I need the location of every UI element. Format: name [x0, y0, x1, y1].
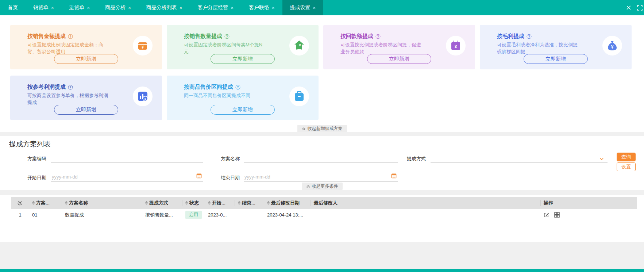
- tab-label: 商品分析: [105, 4, 126, 11]
- tab-label: 首页: [8, 4, 18, 11]
- column-settings-cell[interactable]: [11, 200, 29, 206]
- header-end-date[interactable]: 结束...: [235, 200, 264, 206]
- tab-label: 客户分层经营: [197, 4, 228, 11]
- svg-text:?: ?: [69, 85, 72, 89]
- row-modified-date: 2023-04-24 13:...: [264, 212, 311, 218]
- sort-icon[interactable]: [145, 201, 148, 205]
- tab-product-analysis[interactable]: 商品分析×: [97, 0, 139, 15]
- start-date-input[interactable]: [51, 172, 203, 182]
- help-icon[interactable]: ?: [68, 85, 73, 90]
- header-last-modified-date[interactable]: 最后修改日期: [264, 200, 311, 206]
- search-button[interactable]: 查询: [617, 153, 636, 161]
- tab-customer-segmentation[interactable]: 客户分层经营×: [190, 0, 241, 15]
- close-tab-icon[interactable]: ×: [180, 5, 182, 11]
- scheme-name-link[interactable]: 数量提成: [65, 212, 84, 218]
- double-chevron-up-icon: [306, 184, 310, 188]
- close-tab-icon[interactable]: ×: [313, 5, 316, 11]
- tab-sales-order[interactable]: 销货单×: [26, 0, 62, 15]
- card-title: 按销售数量提成 ?: [184, 33, 230, 40]
- svg-text:¥: ¥: [299, 43, 301, 47]
- row-scheme-code: 01: [29, 212, 62, 218]
- card-description: 可设置提成比例或固定提成金额；商贸、贸易公司适用: [27, 42, 108, 55]
- table-header: 方案... 方案名称 提成方式 状态 开始... 结束... 最后修改日期 最后…: [11, 197, 637, 209]
- svg-text:¥: ¥: [455, 44, 457, 49]
- help-icon[interactable]: ?: [527, 34, 532, 39]
- money-bag-icon: ¥: [602, 36, 622, 55]
- svg-text:¥: ¥: [142, 45, 144, 49]
- card-description: 可按商品设置参考单价，根据参考利润提成: [27, 92, 108, 106]
- chevron-down-icon[interactable]: [599, 156, 604, 163]
- add-now-button[interactable]: 立即新增: [524, 54, 588, 64]
- add-now-button[interactable]: 立即新增: [211, 105, 275, 115]
- add-now-button[interactable]: 立即新增: [367, 54, 431, 64]
- status-badge: 启用: [185, 211, 202, 219]
- tab-home[interactable]: 首页: [0, 0, 26, 15]
- sort-icon[interactable]: [267, 201, 270, 205]
- tab-customer-contact[interactable]: 客户联络×: [241, 0, 282, 15]
- card-title: 按毛利提成 ?: [497, 33, 532, 40]
- calendar-money-icon: ¥: [446, 36, 466, 55]
- card-title: 按参考利润提成 ?: [27, 84, 73, 91]
- sort-icon[interactable]: [185, 201, 188, 205]
- header-status[interactable]: 状态: [182, 200, 205, 206]
- header-commission-type[interactable]: 提成方式: [142, 200, 182, 206]
- close-all-icon[interactable]: [626, 5, 631, 10]
- settings-button[interactable]: 设置: [617, 162, 636, 171]
- row-start-date: 2023-0...: [205, 212, 235, 218]
- collapse-new-schemes-button[interactable]: 收起新增提成方案: [297, 125, 347, 132]
- gear-icon[interactable]: [17, 200, 23, 206]
- end-date-label: 结束日期: [221, 175, 240, 181]
- wallet-icon: ¥: [133, 36, 153, 55]
- help-icon[interactable]: ?: [224, 34, 230, 39]
- card-grid: 按销售金额提成 ? 可设置提成比例或固定提成金额；商贸、贸易公司适用 立即新增 …: [10, 25, 632, 120]
- scheme-code-input[interactable]: [51, 153, 203, 163]
- filter-row-1: 方案编码 方案名称 提成方式: [0, 156, 644, 165]
- help-icon[interactable]: ?: [375, 34, 381, 39]
- scheme-code-label: 方案编码: [27, 156, 46, 162]
- help-icon[interactable]: ?: [68, 34, 73, 39]
- double-chevron-up-icon: [302, 127, 306, 131]
- divider: [0, 190, 644, 195]
- filter-buttons: 查询 设置: [617, 153, 636, 171]
- row-index: 1: [11, 212, 29, 218]
- sort-icon[interactable]: [238, 201, 240, 205]
- scheme-name-input[interactable]: [244, 153, 398, 163]
- card-description: 可设置按比例提或者阶梯区间提，促进业务员催款: [340, 42, 421, 55]
- tab-label: 客户联络: [249, 4, 269, 11]
- header-start-date[interactable]: 开始...: [205, 200, 235, 206]
- row-commission-type: 按销售数量...: [142, 212, 182, 218]
- tab-label: 进货单: [69, 4, 85, 11]
- add-now-button[interactable]: 立即新增: [211, 54, 275, 64]
- help-icon[interactable]: ?: [235, 85, 240, 90]
- tab-product-analysis-list[interactable]: 商品分析列表×: [139, 0, 190, 15]
- add-now-button[interactable]: 立即新增: [54, 54, 118, 64]
- grid-icon[interactable]: [554, 212, 560, 218]
- collapse-more-filters-button[interactable]: 收起更多条件: [302, 183, 343, 190]
- close-tab-icon[interactable]: ×: [128, 5, 131, 11]
- tab-purchase-order[interactable]: 进货单×: [62, 0, 98, 15]
- calendar-icon[interactable]: [196, 173, 202, 180]
- add-now-button[interactable]: 立即新增: [54, 105, 118, 115]
- close-tab-icon[interactable]: ×: [51, 5, 54, 11]
- close-tab-icon[interactable]: ×: [231, 5, 234, 11]
- sort-icon[interactable]: [32, 201, 35, 205]
- end-date-input[interactable]: [244, 172, 398, 182]
- close-tab-icon[interactable]: ×: [272, 5, 275, 11]
- tab-label: 商品分析列表: [146, 4, 177, 11]
- svg-text:?: ?: [237, 85, 239, 89]
- briefcase-icon: [289, 87, 309, 106]
- edit-icon[interactable]: [544, 212, 549, 218]
- commission-type-select[interactable]: [431, 153, 608, 163]
- chart-money-icon: ¥: [133, 87, 153, 106]
- calendar-icon[interactable]: [391, 173, 397, 180]
- header-scheme-code[interactable]: 方案...: [29, 200, 62, 206]
- close-tab-icon[interactable]: ×: [87, 5, 90, 11]
- header-scheme-name[interactable]: 方案名称: [62, 200, 142, 206]
- fullscreen-icon[interactable]: [637, 5, 643, 11]
- header-last-modified-by[interactable]: 最后修改人: [311, 200, 541, 206]
- tab-commission-settings[interactable]: 提成设置×: [282, 0, 324, 15]
- card-description: 可设置毛利或者净利为基准，按比例提或阶梯区间提: [497, 42, 578, 55]
- sort-icon[interactable]: [65, 201, 68, 205]
- sort-icon[interactable]: [208, 201, 211, 205]
- commission-type-label: 提成方式: [407, 156, 426, 162]
